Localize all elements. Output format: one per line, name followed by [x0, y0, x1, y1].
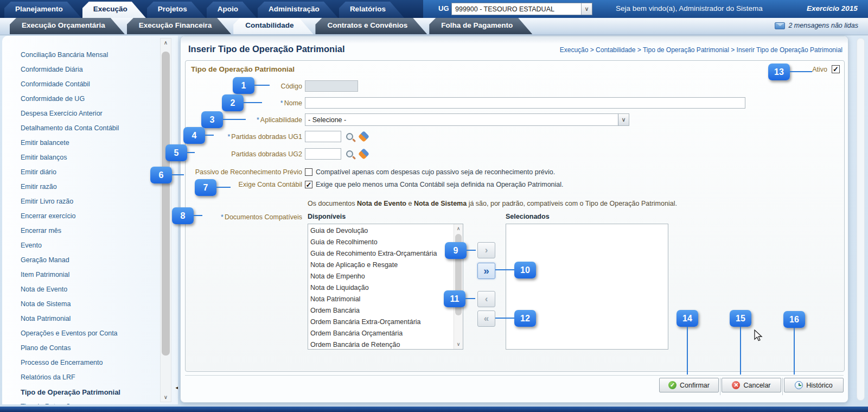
application-window: UG 999900 - TESOURO ESTADUAL ∨ Seja bem …	[0, 0, 868, 412]
sidebar-item[interactable]: Nota de Sistema	[21, 297, 178, 312]
sidebar-item[interactable]: Tipo de Retenção	[21, 400, 178, 404]
sidebar-item[interactable]: Tipo de Operação Patrimonial	[21, 385, 178, 400]
sidebar-item[interactable]: Conciliação Bancária Mensal	[21, 48, 178, 62]
move-all-left-button[interactable]: «	[477, 310, 495, 327]
docs-note: Os documentos Nota de Evento e Nota de S…	[308, 200, 677, 207]
top-menu-tab[interactable]: Relatórios	[339, 2, 404, 18]
available-doc-option[interactable]: Ordem Bancária Extra-Orçamentária	[310, 316, 463, 328]
required-marker: *	[257, 116, 259, 124]
selected-listbox[interactable]	[506, 224, 668, 350]
available-listbox[interactable]: Guia de DevoluçãoGuia de RecolhimentoGui…	[308, 224, 463, 350]
available-doc-option[interactable]: Ordem Bancária	[310, 305, 463, 316]
available-doc-option[interactable]: Nota Patrimonial	[310, 294, 463, 305]
breadcrumb[interactable]: Execução > Contabilidade > Tipo de Opera…	[560, 46, 843, 54]
cancel-button[interactable]: ✕ Cancelar	[722, 378, 781, 392]
sidebar-item[interactable]: Encerrar exercício	[21, 209, 178, 224]
sidebar-scrollbar[interactable]: ∧ ∨	[160, 38, 171, 402]
exige-help-text: Exige que pelo menos uma Conta Contábil …	[316, 181, 564, 188]
top-menu-tab[interactable]: Apoio	[207, 2, 257, 18]
available-doc-option[interactable]: Ordem Bancária Orçamentária	[310, 328, 463, 339]
sidebar-item[interactable]: Despesa Exercício Anterior	[21, 106, 178, 121]
top-menu-tab[interactable]: Execução	[82, 2, 146, 18]
sidebar-item[interactable]: Conformidade de UG	[21, 92, 178, 106]
mouse-cursor	[754, 329, 765, 341]
sidebar-item[interactable]: Emitir razão	[21, 180, 178, 194]
sidebar-item[interactable]: Detalhamento da Conta Contábil	[21, 121, 178, 136]
ug2-input[interactable]	[305, 148, 341, 160]
aplicabilidade-select[interactable]: - Selecione - ∨	[305, 113, 629, 126]
confirm-check-icon: ✓	[668, 381, 676, 389]
window-bottom-edge	[0, 407, 868, 412]
dropdown-arrow-icon[interactable]: ∨	[581, 3, 592, 15]
aplicabilidade-value: - Selecione -	[305, 116, 618, 124]
nome-input[interactable]	[305, 97, 745, 109]
sidebar-item[interactable]: Geração Manad	[21, 253, 178, 268]
sub-menu-tab[interactable]: Contratos e Convênios	[315, 18, 427, 34]
sidebar-item[interactable]: Emitir balanços	[21, 150, 178, 165]
search-lookup-icon[interactable]	[346, 150, 353, 157]
sidebar-collapse-handle[interactable]: ◂	[175, 383, 178, 391]
chevron-left-icon: ‹	[485, 294, 488, 305]
sidebar-item[interactable]: Conformidade Contábil	[21, 77, 178, 92]
sidebar-item[interactable]: Emitir diário	[21, 165, 178, 180]
sidebar-item[interactable]: Emitir Livro razão	[21, 194, 178, 209]
move-selected-right-button[interactable]: ›	[477, 242, 495, 258]
welcome-text: Seja bem vindo(a), Administrador do Sist…	[616, 4, 763, 12]
exige-checkbox[interactable]: ✓	[305, 181, 312, 188]
documentos-compativeis-label: *Documentos Compatíveis	[186, 213, 305, 221]
top-menu-tab[interactable]: Planejamento	[4, 2, 81, 18]
eraser-clear-icon[interactable]	[358, 148, 369, 160]
move-selected-left-button[interactable]: ‹	[477, 291, 495, 307]
eraser-clear-icon[interactable]	[358, 131, 369, 142]
envelope-icon	[775, 22, 785, 29]
messages-text: 2 mensagens não lidas	[788, 22, 858, 29]
sub-menu-tab[interactable]: Execução Orçamentária	[10, 18, 125, 34]
sidebar-item[interactable]: Conformidade Diária	[21, 62, 178, 77]
sidebar-item[interactable]: Evento	[21, 238, 178, 253]
sidebar-scrollbar-thumb[interactable]	[162, 52, 170, 356]
ug1-input[interactable]	[305, 131, 341, 142]
available-doc-option[interactable]: Guia de Recohimento Extra-Orçamentária	[310, 248, 463, 259]
available-doc-option[interactable]: Ordem Bancária de Retenção	[310, 339, 463, 350]
scroll-up-icon[interactable]: ∧	[454, 225, 463, 233]
scroll-up-icon[interactable]: ∧	[161, 39, 171, 47]
sidebar-item[interactable]: Relatórios da LRF	[21, 370, 178, 385]
confirm-button[interactable]: ✓ Confirmar	[659, 378, 719, 392]
sidebar-item[interactable]: Item Patrimonial	[21, 268, 178, 282]
listbox-scrollbar-thumb[interactable]	[455, 234, 462, 315]
sidebar-item[interactable]: Nota Patrimonial	[21, 312, 178, 326]
ativo-checkbox[interactable]: ✓	[832, 65, 840, 73]
aplicabilidade-label: Aplicabilidade	[260, 116, 302, 124]
sidebar-item[interactable]: Operações e Eventos por Conta	[21, 326, 178, 341]
messages-indicator[interactable]: 2 mensagens não lidas	[775, 22, 858, 29]
sub-menu-tab[interactable]: Contabilidade	[233, 18, 313, 34]
required-marker: *	[227, 133, 230, 141]
dropdown-arrow-icon[interactable]: ∨	[618, 114, 629, 125]
page-scrollbar[interactable]	[857, 38, 865, 401]
scroll-down-icon[interactable]: ∨	[454, 340, 463, 348]
passivo-checkbox[interactable]	[305, 168, 312, 176]
move-all-right-button[interactable]: »	[477, 263, 495, 279]
sidebar-item[interactable]: Nota de Evento	[21, 282, 178, 297]
top-menu-tab[interactable]: Projetos	[147, 2, 206, 18]
available-doc-option[interactable]: Guia de Devolução	[310, 225, 463, 237]
search-lookup-icon[interactable]	[346, 133, 353, 140]
available-doc-option[interactable]: Nota de Empenho	[310, 271, 463, 282]
available-doc-option[interactable]: Nota de Aplicação e Resgate	[310, 259, 463, 271]
sidebar-item[interactable]: Encerrar mês	[21, 224, 178, 238]
ug1-label: Partidas dobradas UG1	[231, 133, 302, 141]
available-doc-option[interactable]: Guia de Recolhimento	[310, 237, 463, 248]
top-menu-tab[interactable]: Administração	[258, 2, 338, 18]
available-doc-option[interactable]: Nota de Liquidação	[310, 282, 463, 294]
sidebar-item[interactable]: Emitir balancete	[21, 136, 178, 150]
sub-menu-tab[interactable]: Folha de Pagamento	[429, 18, 532, 34]
sub-menu-tab[interactable]: Execução Financeira	[127, 18, 231, 34]
sidebar-menu: Conciliação Bancária MensalConformidade …	[2, 36, 178, 404]
listbox-scrollbar[interactable]: ∧ ∨	[454, 224, 463, 349]
scroll-down-icon[interactable]: ∨	[161, 393, 171, 402]
sub-menu-bar: Execução OrçamentáriaExecução Financeira…	[0, 18, 868, 35]
sidebar-item[interactable]: Plano de Contas	[21, 341, 178, 356]
ug-select[interactable]: 999900 - TESOURO ESTADUAL ∨	[451, 3, 592, 15]
sidebar-item[interactable]: Processo de Encerramento	[21, 356, 178, 370]
history-button[interactable]: Histórico	[784, 378, 844, 392]
